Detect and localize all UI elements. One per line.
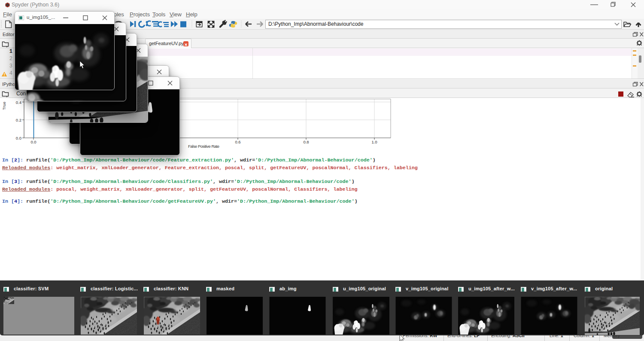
svg-text:1.0: 1.0 bbox=[371, 140, 377, 144]
svg-text:0.2: 0.2 bbox=[16, 118, 21, 122]
svg-text:True: True bbox=[2, 102, 6, 110]
svg-text:0.4: 0.4 bbox=[16, 100, 21, 105]
svg-text:False Positive Rate: False Positive Rate bbox=[188, 144, 219, 149]
svg-text:0.0: 0.0 bbox=[30, 140, 36, 144]
svg-text:0.0: 0.0 bbox=[16, 136, 21, 140]
svg-text:0.6: 0.6 bbox=[235, 140, 240, 144]
svg-text:0.8: 0.8 bbox=[303, 140, 309, 144]
